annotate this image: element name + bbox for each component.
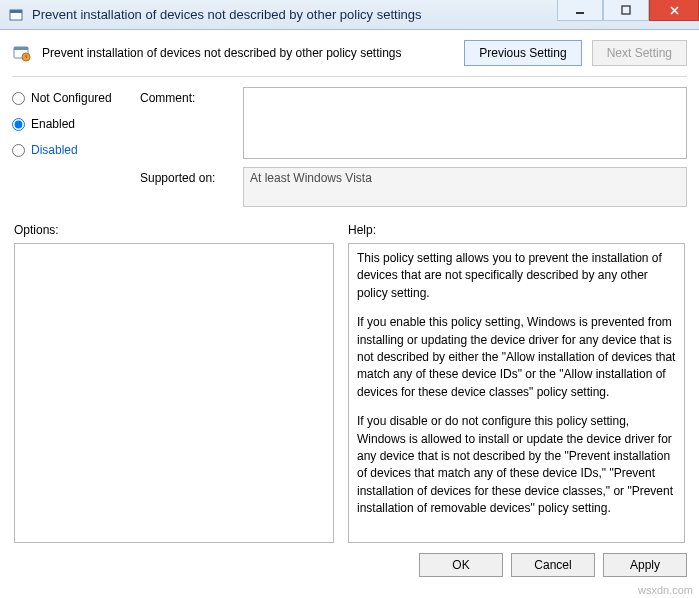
policy-header: Prevent installation of devices not desc… xyxy=(12,40,687,66)
help-paragraph: If you disable or do not configure this … xyxy=(357,413,676,517)
radio-disabled[interactable]: Disabled xyxy=(12,143,132,157)
help-paragraph: This policy setting allows you to preven… xyxy=(357,250,676,302)
apply-button[interactable]: Apply xyxy=(603,553,687,577)
help-label: Help: xyxy=(348,223,685,237)
previous-setting-button[interactable]: Previous Setting xyxy=(464,40,581,66)
ok-button[interactable]: OK xyxy=(419,553,503,577)
separator xyxy=(12,76,687,77)
window-title: Prevent installation of devices not desc… xyxy=(32,7,557,22)
radio-enabled[interactable]: Enabled xyxy=(12,117,132,131)
svg-rect-2 xyxy=(576,12,584,14)
window-icon xyxy=(8,7,24,23)
comment-label: Comment: xyxy=(140,87,235,159)
svg-rect-1 xyxy=(10,10,22,13)
minimize-button[interactable] xyxy=(557,0,603,21)
dialog-buttons: OK Cancel Apply xyxy=(0,543,699,577)
radio-not-configured[interactable]: Not Configured xyxy=(12,91,132,105)
titlebar: Prevent installation of devices not desc… xyxy=(0,0,699,30)
policy-name: Prevent installation of devices not desc… xyxy=(42,46,454,60)
policy-icon xyxy=(12,43,32,63)
supported-label: Supported on: xyxy=(140,167,235,207)
help-panel: This policy setting allows you to preven… xyxy=(348,243,685,543)
options-label: Options: xyxy=(14,223,334,237)
close-button[interactable] xyxy=(649,0,699,21)
next-setting-button[interactable]: Next Setting xyxy=(592,40,687,66)
options-panel xyxy=(14,243,334,543)
state-radios: Not Configured Enabled Disabled xyxy=(12,87,132,159)
svg-rect-5 xyxy=(14,47,28,50)
comment-field[interactable] xyxy=(243,87,687,159)
help-paragraph: If you enable this policy setting, Windo… xyxy=(357,314,676,401)
cancel-button[interactable]: Cancel xyxy=(511,553,595,577)
maximize-button[interactable] xyxy=(603,0,649,21)
svg-rect-3 xyxy=(622,6,630,14)
supported-on-field xyxy=(243,167,687,207)
watermark: wsxdn.com xyxy=(638,584,693,596)
